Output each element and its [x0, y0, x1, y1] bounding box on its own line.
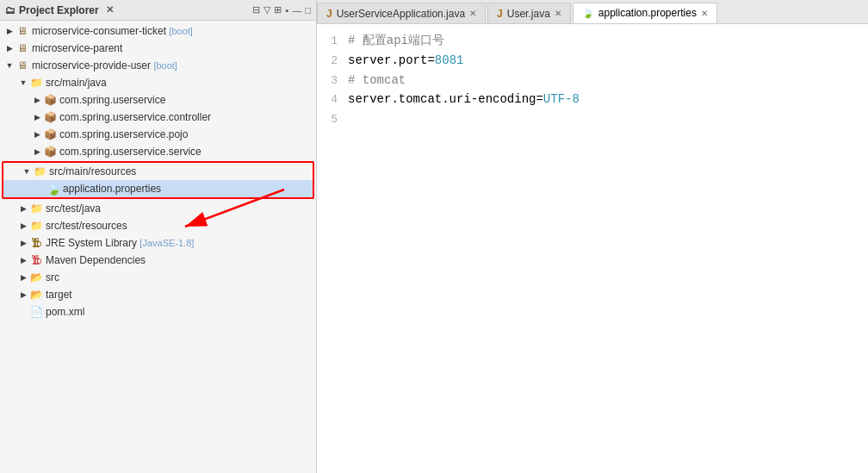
- tree-item-pkg-controller[interactable]: ▶ 📦 com.spring.userservice.controller: [0, 109, 316, 126]
- label-src: src: [46, 271, 59, 283]
- tree-item-maven[interactable]: ▶ 🗜 Maven Dependencies: [0, 252, 316, 269]
- label-application-properties: application.properties: [63, 183, 161, 195]
- code-line-3: 3 # tomcat: [317, 71, 868, 90]
- code-editor[interactable]: 1 # 配置api端口号 2 server.port=8081 3 # tomc…: [317, 24, 868, 473]
- tab-userservice-application[interactable]: J UserServiceApplication.java ✕: [317, 3, 486, 23]
- toggle-pkg-pojo[interactable]: ▶: [31, 128, 43, 140]
- panel-title-label: Project Explorer: [19, 4, 99, 16]
- tree-item-target[interactable]: ▶ 📂 target: [0, 286, 316, 303]
- label-pkg-service: com.spring.userservice.service: [59, 146, 202, 158]
- label-provide-user: microservice-provide-user [boot]: [32, 59, 177, 72]
- tree-item-pkg-service[interactable]: ▶ 📦 com.spring.userservice.service: [0, 143, 316, 160]
- toggle-src-main-java[interactable]: ▼: [17, 77, 29, 89]
- tab-label-user: User.java: [507, 8, 550, 20]
- label-src-main-java: src/main/java: [46, 77, 107, 89]
- label-consumer-ticket: microservice-consumer-ticket [boot]: [32, 25, 193, 37]
- filter-icon[interactable]: ▽: [264, 4, 270, 16]
- code-line-1: 1 # 配置api端口号: [317, 31, 868, 51]
- tab-application-properties[interactable]: 🍃 application.properties ✕: [573, 3, 717, 23]
- close-tab-properties[interactable]: ✕: [701, 9, 708, 18]
- project-icon-provide: 🖥: [16, 59, 29, 72]
- highlighted-resources-section: ▼ 📁 src/main/resources 🍃 application.pro…: [2, 161, 314, 199]
- tree-item-pkg-userservice[interactable]: ▶ 📦 com.spring.userservice: [0, 91, 316, 109]
- tree-item-parent[interactable]: ▶ 🖥 microservice-parent: [0, 40, 316, 57]
- tree-item-src-main-java[interactable]: ▼ 📁 src/main/java: [0, 74, 316, 91]
- package-icon-controller: 📦: [43, 110, 57, 124]
- tree-item-pkg-pojo[interactable]: ▶ 📦 com.spring.userservice.pojo: [0, 126, 316, 143]
- toggle-pkg-userservice[interactable]: ▶: [31, 94, 43, 106]
- folder-icon-test-res: 📁: [29, 219, 43, 233]
- label-src-test-java: src/test/java: [46, 202, 101, 215]
- link-editor-icon[interactable]: ⊞: [274, 4, 282, 16]
- label-maven: Maven Dependencies: [46, 254, 146, 266]
- line-num-1: 1: [324, 33, 348, 51]
- label-pkg-controller: com.spring.userservice.controller: [59, 111, 211, 123]
- view-menu-icon[interactable]: ▪: [285, 5, 288, 16]
- line-num-2: 2: [324, 53, 348, 71]
- maximize-icon[interactable]: □: [305, 5, 311, 16]
- value-encoding: UTF-8: [543, 92, 580, 106]
- label-jre: JRE System Library [JavaSE-1.8]: [46, 237, 194, 249]
- tree-item-src-test-java[interactable]: ▶ 📁 src/test/java: [0, 200, 316, 217]
- code-line-4: 4 server.tomcat.uri-encoding=UTF-8: [317, 90, 868, 109]
- label-src-test-resources: src/test/resources: [46, 220, 127, 232]
- line-num-5: 5: [324, 111, 348, 129]
- tab-label-properties: application.properties: [598, 7, 697, 19]
- toggle-src[interactable]: ▶: [17, 271, 29, 283]
- toggle-jre[interactable]: ▶: [17, 237, 29, 249]
- toggle-pkg-service[interactable]: ▶: [31, 146, 43, 158]
- toggle-src-test-resources[interactable]: ▶: [17, 220, 29, 232]
- code-line-2: 2 server.port=8081: [317, 51, 868, 71]
- folder-icon-resources: 📁: [33, 165, 46, 178]
- project-explorer-icon: 🗂: [5, 4, 16, 16]
- toggle-parent[interactable]: ▶: [3, 42, 16, 54]
- java-icon-tab1: J: [326, 8, 332, 20]
- toggle-consumer-ticket[interactable]: ▶: [3, 25, 16, 37]
- project-tree: ▶ 🖥 microservice-consumer-ticket [boot] …: [0, 21, 316, 473]
- line-content-4: server.tomcat.uri-encoding=UTF-8: [348, 90, 868, 109]
- project-icon-consumer: 🖥: [16, 24, 29, 38]
- xml-icon-pom: 📄: [29, 305, 43, 319]
- package-icon-userservice: 📦: [43, 93, 57, 107]
- close-tab-userservice[interactable]: ✕: [469, 9, 476, 18]
- tree-item-src-main-resources[interactable]: ▼ 📁 src/main/resources: [3, 163, 313, 180]
- key-tomcat-encoding: server.tomcat.uri-encoding: [348, 92, 536, 106]
- tab-user[interactable]: J User.java ✕: [487, 3, 571, 23]
- close-tab-user[interactable]: ✕: [555, 9, 561, 18]
- maven-icon: 🗜: [29, 253, 43, 267]
- line-content-1: # 配置api端口号: [348, 31, 868, 50]
- toggle-pkg-controller[interactable]: ▶: [31, 111, 43, 123]
- tree-item-consumer-ticket[interactable]: ▶ 🖥 microservice-consumer-ticket [boot]: [0, 22, 316, 40]
- properties-icon-tab3: 🍃: [582, 8, 594, 19]
- toggle-src-test-java[interactable]: ▶: [17, 202, 29, 215]
- line-num-4: 4: [324, 91, 348, 109]
- toggle-maven[interactable]: ▶: [17, 254, 29, 266]
- label-pkg-userservice: com.spring.userservice: [59, 94, 165, 106]
- tab-label-userservice: UserServiceApplication.java: [337, 8, 465, 20]
- equals-4: =: [536, 92, 542, 106]
- tree-item-application-properties[interactable]: 🍃 application.properties: [3, 180, 313, 197]
- panel-title: 🗂 Project Explorer ✕: [5, 4, 114, 16]
- line-content-3: # tomcat: [348, 71, 868, 90]
- tree-item-pom[interactable]: 📄 pom.xml: [0, 303, 316, 321]
- project-icon-parent: 🖥: [16, 41, 29, 55]
- package-icon-pojo: 📦: [43, 128, 57, 141]
- properties-icon: 🍃: [46, 182, 60, 196]
- folder-icon-src: 📂: [29, 271, 43, 284]
- tree-item-src[interactable]: ▶ 📂 src: [0, 269, 316, 286]
- toggle-src-main-resources[interactable]: ▼: [21, 165, 33, 177]
- panel-header: 🗂 Project Explorer ✕ ⊟ ▽ ⊞ ▪ — □: [0, 0, 316, 21]
- editor-tabs-bar: J UserServiceApplication.java ✕ J User.j…: [317, 0, 868, 24]
- toggle-provide-user[interactable]: ▼: [3, 59, 16, 72]
- tree-item-jre[interactable]: ▶ 🗜 JRE System Library [JavaSE-1.8]: [0, 234, 316, 252]
- collapse-all-icon[interactable]: ⊟: [252, 4, 260, 16]
- package-icon-service: 📦: [43, 145, 57, 159]
- tree-item-src-test-resources[interactable]: ▶ 📁 src/test/resources: [0, 217, 316, 234]
- toggle-target[interactable]: ▶: [17, 289, 29, 301]
- label-src-main-resources: src/main/resources: [49, 165, 136, 177]
- panel-x-icon[interactable]: ✕: [106, 4, 114, 16]
- line-num-3: 3: [324, 72, 348, 90]
- tree-item-provide-user[interactable]: ▼ 🖥 microservice-provide-user [boot]: [0, 57, 316, 74]
- editor-panel: J UserServiceApplication.java ✕ J User.j…: [317, 0, 868, 473]
- minimize-icon[interactable]: —: [292, 5, 301, 16]
